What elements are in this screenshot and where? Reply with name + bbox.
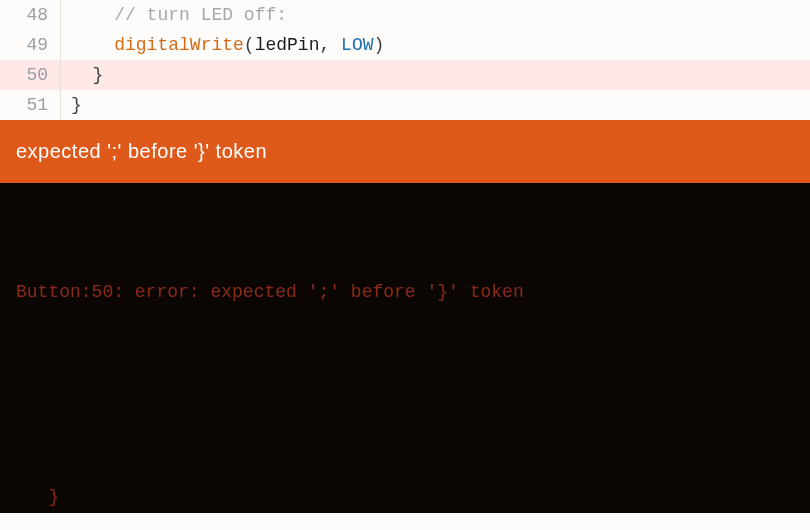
code-content[interactable]: // turn LED off: xyxy=(61,0,287,30)
line-number: 50 xyxy=(0,60,60,90)
code-line[interactable]: 49 digitalWrite(ledPin, LOW) xyxy=(0,30,810,60)
code-token: digitalWrite xyxy=(114,35,244,55)
code-content[interactable]: } xyxy=(61,90,82,120)
code-token xyxy=(71,65,93,85)
code-content[interactable]: digitalWrite(ledPin, LOW) xyxy=(61,30,384,60)
compile-error-bar: expected ';' before '}' token xyxy=(0,120,810,183)
code-token xyxy=(71,5,114,25)
code-token: ledPin xyxy=(255,35,320,55)
code-token: // turn LED off: xyxy=(114,5,287,25)
compiler-output-console[interactable]: Button:50: error: expected ';' before '}… xyxy=(0,183,810,513)
line-number: 51 xyxy=(0,90,60,120)
code-token: , xyxy=(319,35,341,55)
console-blank xyxy=(16,378,794,412)
code-token: ( xyxy=(244,35,255,55)
console-line: } xyxy=(16,480,794,514)
code-line-error[interactable]: 50 } xyxy=(0,60,810,90)
code-editor[interactable]: 48 // turn LED off: 49 digitalWrite(ledP… xyxy=(0,0,810,120)
line-number: 48 xyxy=(0,0,60,30)
line-number: 49 xyxy=(0,30,60,60)
console-line: Button:50: error: expected ';' before '}… xyxy=(16,275,794,309)
code-token xyxy=(71,35,114,55)
code-content[interactable]: } xyxy=(61,60,103,90)
code-token: } xyxy=(93,65,104,85)
code-token: LOW xyxy=(341,35,373,55)
code-line[interactable]: 48 // turn LED off: xyxy=(0,0,810,30)
code-token: ) xyxy=(373,35,384,55)
code-line[interactable]: 51 } xyxy=(0,90,810,120)
code-token: } xyxy=(71,95,82,115)
compile-error-message: expected ';' before '}' token xyxy=(16,140,267,162)
